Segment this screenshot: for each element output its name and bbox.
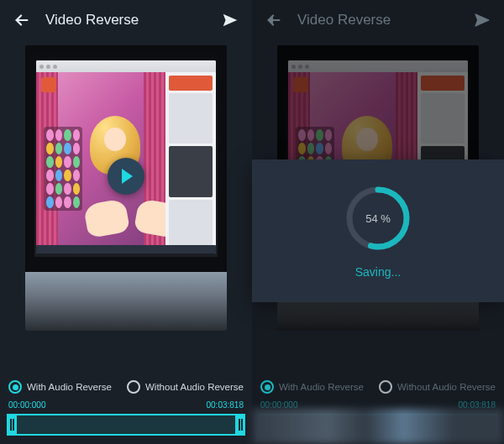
- radio-without-audio: Without Audio Reverse: [379, 380, 496, 394]
- send-button: [472, 10, 492, 30]
- radio-icon: [127, 380, 140, 394]
- time-labels: 00:00:000 00:03:818: [7, 400, 245, 414]
- trim-track[interactable]: [17, 414, 235, 436]
- radio-label: With Audio Reverse: [27, 382, 112, 392]
- radio-label: Without Audio Reverse: [397, 382, 496, 392]
- screen-saving: Video Reverse: [252, 0, 504, 444]
- back-button: [264, 10, 284, 30]
- time-end: 00:03:818: [207, 400, 244, 410]
- screen-editor: Video Reverse: [0, 0, 252, 444]
- page-title: Video Reverse: [45, 12, 207, 29]
- video-preview-container: [0, 40, 252, 368]
- radio-label: With Audio Reverse: [279, 382, 364, 392]
- saving-dialog: 54 % Saving...: [252, 159, 504, 302]
- back-button[interactable]: [12, 10, 32, 30]
- saving-status: Saving...: [355, 265, 401, 279]
- radio-icon: [8, 380, 22, 394]
- app-header: Video Reverse: [252, 0, 504, 40]
- progress-ring: 54 %: [343, 183, 413, 253]
- trim-handle-right[interactable]: [235, 414, 245, 436]
- time-start: 00:00:000: [8, 400, 46, 410]
- audio-options: With Audio Reverse Without Audio Reverse: [252, 368, 504, 400]
- trim-timeline[interactable]: [7, 414, 245, 436]
- timeline-section: 00:00:000 00:03:818: [0, 400, 252, 444]
- radio-without-audio[interactable]: Without Audio Reverse: [127, 380, 244, 394]
- app-header: Video Reverse: [0, 0, 252, 40]
- blurred-footer: [252, 409, 504, 444]
- trim-handle-left[interactable]: [7, 414, 17, 436]
- radio-label: Without Audio Reverse: [145, 382, 244, 392]
- send-button[interactable]: [220, 10, 240, 30]
- radio-icon: [260, 380, 274, 394]
- progress-percent: 54 %: [343, 183, 413, 253]
- radio-icon: [379, 380, 392, 394]
- radio-with-audio: With Audio Reverse: [260, 380, 364, 394]
- page-title: Video Reverse: [297, 12, 459, 29]
- play-icon[interactable]: [108, 158, 144, 195]
- video-preview[interactable]: [25, 45, 227, 331]
- radio-with-audio[interactable]: With Audio Reverse: [8, 380, 112, 394]
- audio-options: With Audio Reverse Without Audio Reverse: [0, 368, 252, 400]
